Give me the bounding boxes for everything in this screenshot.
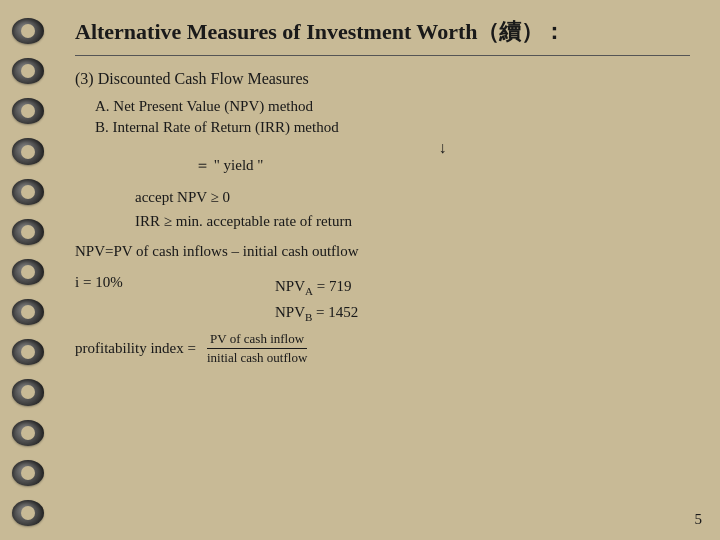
section-heading: (3) Discounted Cash Flow Measures bbox=[75, 70, 690, 88]
ring-1 bbox=[12, 18, 44, 44]
ring-13 bbox=[12, 500, 44, 526]
ring-9 bbox=[12, 339, 44, 365]
item-b: B. Internal Rate of Return (IRR) method bbox=[75, 119, 690, 136]
i-npv-row: i = 10% NPVA = 719 NPVB = 1452 bbox=[75, 274, 690, 327]
accept-line-2: IRR ≥ min. acceptable rate of return bbox=[135, 209, 690, 233]
ring-7 bbox=[12, 259, 44, 285]
ring-4 bbox=[12, 138, 44, 164]
accept-line-1: accept NPV ≥ 0 bbox=[135, 185, 690, 209]
npv-values: NPVA = 719 NPVB = 1452 bbox=[275, 274, 358, 327]
profitability-row: profitability index = PV of cash inflow … bbox=[75, 331, 690, 366]
npv-b-line: NPVB = 1452 bbox=[275, 300, 358, 327]
fraction: PV of cash inflow initial cash outflow bbox=[204, 331, 310, 366]
ring-2 bbox=[12, 58, 44, 84]
npv-a-line: NPVA = 719 bbox=[275, 274, 358, 301]
item-a: A. Net Present Value (NPV) method bbox=[75, 98, 690, 115]
npv-a-val: = 719 bbox=[313, 278, 351, 294]
arrow-down-icon: ↓ bbox=[75, 140, 690, 156]
fraction-numerator: PV of cash inflow bbox=[207, 331, 307, 349]
yield-text: ＝ " yield " bbox=[195, 156, 264, 175]
npv-a-sub: A bbox=[305, 285, 313, 297]
ring-10 bbox=[12, 379, 44, 405]
binding bbox=[0, 0, 55, 540]
profitability-label: profitability index = bbox=[75, 340, 196, 357]
title-divider bbox=[75, 55, 690, 56]
ring-11 bbox=[12, 420, 44, 446]
ring-5 bbox=[12, 179, 44, 205]
fraction-denominator: initial cash outflow bbox=[204, 349, 310, 366]
yield-line: ＝ " yield " bbox=[75, 156, 690, 175]
npv-a-label: NPV bbox=[275, 278, 305, 294]
npv-b-label: NPV bbox=[275, 304, 305, 320]
i-label: i = 10% bbox=[75, 274, 275, 291]
page-title: Alternative Measures of Investment Worth… bbox=[75, 18, 690, 47]
ring-6 bbox=[12, 219, 44, 245]
npv-b-val: = 1452 bbox=[312, 304, 358, 320]
ring-12 bbox=[12, 460, 44, 486]
page-number: 5 bbox=[695, 511, 703, 528]
main-content: Alternative Measures of Investment Worth… bbox=[55, 0, 720, 540]
accept-block: accept NPV ≥ 0 IRR ≥ min. acceptable rat… bbox=[75, 185, 690, 233]
ring-3 bbox=[12, 98, 44, 124]
ring-8 bbox=[12, 299, 44, 325]
npv-pv-line: NPV=PV of cash inflows – initial cash ou… bbox=[75, 243, 690, 260]
